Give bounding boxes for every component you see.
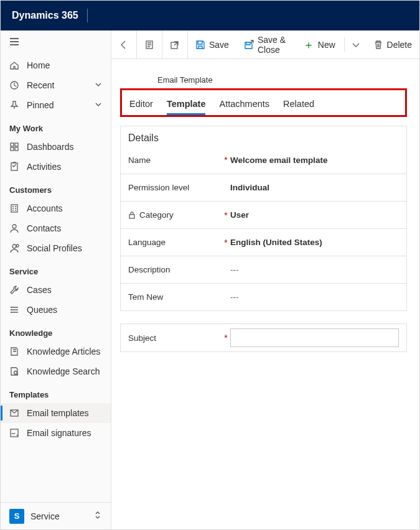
svg-rect-18 <box>129 215 134 218</box>
sidebar-item-label: Dashboards <box>27 142 74 152</box>
subject-card: Subject * <box>120 323 407 352</box>
field-row-name[interactable]: Name*Welcome email template <box>121 146 406 174</box>
field-label: Tem New <box>128 292 222 302</box>
svg-point-12 <box>11 312 12 313</box>
svg-rect-15 <box>11 429 18 437</box>
hamburger-button[interactable] <box>1 30 111 55</box>
updown-icon <box>93 511 102 522</box>
field-value: --- <box>230 265 399 274</box>
svg-rect-1 <box>11 143 14 146</box>
field-value: User <box>230 210 399 220</box>
cmd-generic-2[interactable] <box>162 30 188 59</box>
svg-rect-5 <box>11 163 17 170</box>
signature-icon <box>9 428 19 438</box>
sidebar-item-queues[interactable]: Queues <box>1 300 111 320</box>
command-bar: Save Save & Close ＋ New Delete <box>111 30 419 59</box>
top-bar: Dynamics 365 <box>1 1 419 30</box>
content-area: Save Save & Close ＋ New Delete Email Tem… <box>111 30 419 529</box>
svg-point-13 <box>14 371 17 374</box>
new-label: New <box>318 40 335 50</box>
sidebar-item-label: Knowledge Articles <box>27 346 100 356</box>
topbar-divider <box>87 9 88 22</box>
delete-button[interactable]: Delete <box>366 30 419 59</box>
field-row-tem-new[interactable]: Tem New--- <box>121 283 406 310</box>
sidebar-group-my-work: My Work <box>1 115 111 137</box>
sidebar-item-label: Home <box>27 60 50 70</box>
book-icon <box>9 346 19 356</box>
field-row-category[interactable]: Category*User <box>121 201 406 228</box>
subject-input[interactable] <box>230 328 399 347</box>
subject-label: Subject <box>128 333 222 343</box>
sidebar-item-dashboards[interactable]: Dashboards <box>1 137 111 157</box>
save-button[interactable]: Save <box>188 30 236 59</box>
field-label: Name <box>128 156 222 165</box>
sidebar-item-label: Accounts <box>27 203 63 213</box>
booksearch-icon <box>9 366 19 376</box>
sidebar-item-recent[interactable]: Recent <box>1 75 111 95</box>
field-row-language[interactable]: Language*English (United States) <box>121 228 406 256</box>
new-button[interactable]: ＋ New <box>296 30 343 59</box>
pin-icon <box>9 100 19 110</box>
field-row-description[interactable]: Description--- <box>121 256 406 283</box>
area-switcher[interactable]: S Service <box>1 502 111 529</box>
svg-point-7 <box>12 225 16 228</box>
page-body: Email Template EditorTemplateAttachments… <box>111 59 419 529</box>
tab-editor[interactable]: Editor <box>129 94 153 115</box>
required-indicator: * <box>222 238 230 248</box>
sidebar-item-label: Activities <box>27 162 61 172</box>
field-row-permission-level[interactable]: Permission levelIndividual <box>121 174 406 201</box>
field-label: Category <box>128 210 222 220</box>
tab-strip: EditorTemplateAttachmentsRelated <box>128 90 399 115</box>
dashboard-icon <box>9 142 19 152</box>
save-icon <box>195 40 205 50</box>
trash-icon <box>373 40 383 50</box>
sidebar-item-email-templates[interactable]: Email templates <box>1 403 111 423</box>
chevron-down-icon <box>351 40 361 50</box>
sidebar-item-activities[interactable]: Activities <box>1 157 111 177</box>
sidebar-group-templates: Templates <box>1 381 111 403</box>
back-icon <box>119 40 129 50</box>
svg-rect-3 <box>11 147 14 151</box>
sidebar-item-cases[interactable]: Cases <box>1 280 111 300</box>
clock-icon <box>9 80 19 90</box>
sidebar-item-label: Pinned <box>27 100 54 110</box>
sidebar-item-label: Recent <box>27 80 54 90</box>
new-dropdown[interactable] <box>346 30 366 59</box>
sidebar-item-label: Social Profiles <box>27 243 82 253</box>
tab-attachments[interactable]: Attachments <box>219 94 269 115</box>
sidebar-item-knowledge-articles[interactable]: Knowledge Articles <box>1 342 111 361</box>
chevron-down-icon <box>95 80 102 90</box>
emailtpl-icon <box>9 408 19 418</box>
save-close-label: Save & Close <box>258 35 288 55</box>
sidebar-item-pinned[interactable]: Pinned <box>1 95 111 115</box>
save-close-button[interactable]: Save & Close <box>236 30 296 59</box>
cmd-generic-1[interactable] <box>137 30 162 59</box>
wrench-icon <box>9 285 19 295</box>
sidebar-item-contacts[interactable]: Contacts <box>1 218 111 238</box>
svg-rect-2 <box>15 143 18 146</box>
chevron-down-icon <box>95 100 102 110</box>
tab-related[interactable]: Related <box>283 94 314 115</box>
sidebar-item-label: Contacts <box>27 223 61 233</box>
svg-point-10 <box>11 307 12 308</box>
area-badge: S <box>9 509 24 524</box>
person-icon <box>9 223 19 233</box>
sidebar-item-home[interactable]: Home <box>1 55 111 75</box>
building-icon <box>9 203 19 213</box>
home-icon <box>9 60 19 70</box>
sidebar-item-social-profiles[interactable]: Social Profiles <box>1 238 111 258</box>
sidebar-item-knowledge-search[interactable]: Knowledge Search <box>1 361 111 381</box>
sidebar-item-accounts[interactable]: Accounts <box>1 198 111 218</box>
sidebar-item-label: Email templates <box>27 408 89 418</box>
field-value: --- <box>230 292 399 302</box>
required-indicator: * <box>222 155 230 165</box>
field-label: Description <box>128 265 222 274</box>
svg-rect-6 <box>11 205 17 212</box>
delete-label: Delete <box>387 40 412 50</box>
details-heading: Details <box>121 126 406 146</box>
sidebar: HomeRecentPinned My WorkDashboardsActivi… <box>1 30 111 529</box>
sidebar-item-email-signatures[interactable]: Email signatures <box>1 423 111 443</box>
tab-template[interactable]: Template <box>167 94 206 115</box>
back-button[interactable] <box>111 30 137 59</box>
sidebar-item-label: Email signatures <box>27 428 91 438</box>
